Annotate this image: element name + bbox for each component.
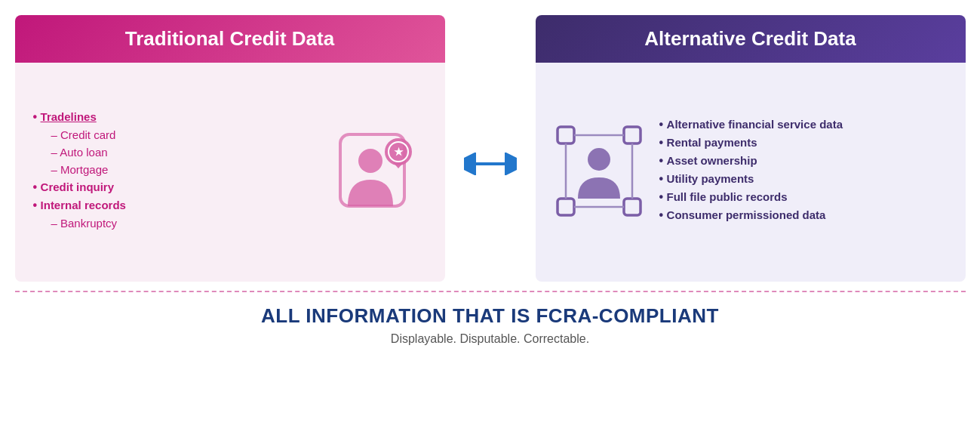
network-person-icon (554, 123, 644, 221)
svg-text:★: ★ (393, 146, 403, 158)
bidirectional-arrow-icon (464, 153, 517, 175)
footer-subtitle: Displayable. Disputable. Correctable. (261, 332, 719, 346)
list-item: Credit inquiry (33, 180, 321, 194)
left-panel-list: Tradelines Credit card Auto loan Mortgag… (33, 110, 321, 234)
svg-rect-9 (624, 199, 641, 215)
section-divider (15, 291, 966, 292)
list-item: Auto loan (33, 146, 321, 159)
svg-point-14 (588, 148, 610, 171)
footer: ALL INFORMATION THAT IS FCRA-COMPLIANT D… (261, 304, 719, 346)
list-item: Asset ownership (659, 154, 948, 168)
svg-rect-6 (558, 127, 574, 143)
left-panel-header: Traditional Credit Data (15, 15, 445, 63)
right-panel-header: Alternative Credit Data (536, 15, 966, 63)
list-item: Tradelines (33, 110, 321, 124)
list-item: Consumer permissioned data (659, 208, 948, 222)
person-badge-icon: ★ (336, 123, 427, 221)
list-item: Bankruptcy (33, 217, 321, 230)
right-panel-list: Alternative financial service data Renta… (659, 118, 948, 227)
footer-title: ALL INFORMATION THAT IS FCRA-COMPLIANT (261, 304, 719, 328)
list-item: Credit card (33, 128, 321, 141)
list-item: Alternative financial service data (659, 118, 948, 131)
left-panel-body: Tradelines Credit card Auto loan Mortgag… (15, 63, 445, 282)
right-panel-body: Alternative financial service data Renta… (536, 63, 966, 282)
list-item: Rental payments (659, 136, 948, 150)
left-panel: Traditional Credit Data Tradelines Credi… (15, 15, 445, 282)
list-item: Utility payments (659, 172, 948, 186)
main-content: Traditional Credit Data Tradelines Credi… (15, 15, 966, 282)
list-item: Internal records (33, 199, 321, 212)
right-icon-area (554, 123, 644, 221)
svg-rect-7 (624, 127, 641, 143)
svg-point-1 (358, 149, 382, 173)
arrow-area (460, 45, 521, 282)
list-item: Mortgage (33, 163, 321, 176)
svg-rect-8 (558, 199, 574, 215)
right-panel: Alternative Credit Data (536, 15, 966, 282)
left-icon-area: ★ (336, 123, 427, 221)
list-item: Full file public records (659, 190, 948, 204)
